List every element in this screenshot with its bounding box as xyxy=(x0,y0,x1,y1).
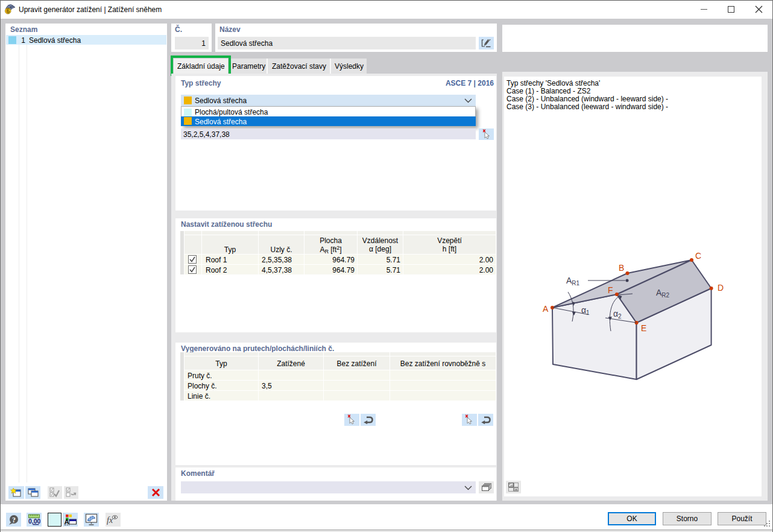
svg-text:F: F xyxy=(608,285,613,295)
svg-text:E: E xyxy=(641,323,646,333)
svg-text:C: C xyxy=(695,251,701,261)
svg-text:?: ? xyxy=(12,516,16,524)
svg-text:AR1: AR1 xyxy=(566,276,580,287)
svg-text:A: A xyxy=(543,304,549,314)
svg-text:A: A xyxy=(65,518,69,525)
svg-text:D: D xyxy=(718,283,724,293)
svg-text:B: B xyxy=(619,263,624,273)
svg-text:6: 6 xyxy=(6,8,10,14)
svg-text:0,00: 0,00 xyxy=(28,518,40,525)
